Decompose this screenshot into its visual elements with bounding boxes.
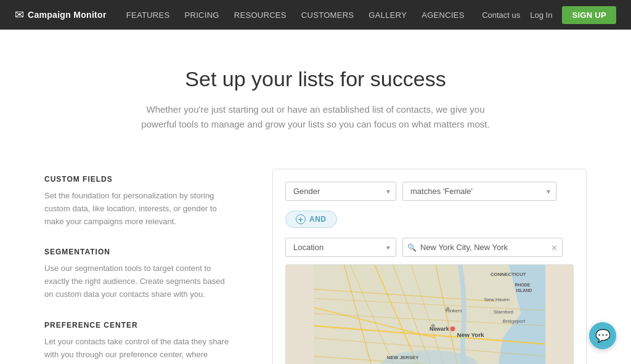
navbar-right: Contact us Log In SIGN UP (482, 6, 616, 24)
map-container: CONNECTICUT RHODE ISLAND New Haven Stamf… (285, 264, 574, 364)
location-input-wrapper: 🔍 ✕ (402, 238, 563, 257)
preference-center-desc: Let your contacts take control of the da… (44, 336, 235, 364)
svg-point-30 (431, 324, 435, 328)
svg-text:NEW JERSEY: NEW JERSEY (387, 355, 420, 360)
field-select-1[interactable]: Gender Location Email Name (285, 182, 396, 201)
segmentation-title: SEGMENTATION (44, 248, 235, 256)
field-select-wrapper-1: Gender Location Email Name (285, 182, 396, 201)
nav-link-agencies[interactable]: AGENCIES (421, 10, 465, 20)
login-link[interactable]: Log In (530, 10, 552, 20)
nav-link-resources[interactable]: RESOURCES (234, 10, 287, 20)
hero-subtitle: Whether you're just starting out or have… (137, 102, 494, 132)
nav-links: FEATURES PRICING RESOURCES CUSTOMERS GAL… (126, 10, 482, 20)
hero-title: Set up your lists for success (12, 67, 619, 91)
nav-link-gallery[interactable]: GALLERY (368, 10, 407, 20)
field-select-2[interactable]: Location Gender Email Name (285, 238, 396, 257)
custom-fields-desc: Set the foundation for personalization b… (44, 190, 235, 228)
svg-text:New York: New York (457, 331, 485, 338)
location-input[interactable] (402, 238, 563, 257)
feature-segmentation: SEGMENTATION Use our segmentation tools … (44, 248, 235, 301)
chat-bubble[interactable]: 💬 (589, 322, 616, 349)
demo-column: Gender Location Email Name matches 'Fema… (272, 169, 587, 364)
preference-center-title: PREFERENCE CENTER (44, 321, 235, 330)
segmentation-desc: Use our segmentation tools to target con… (44, 262, 235, 301)
feature-preference-center: PREFERENCE CENTER Let your contacts take… (44, 321, 235, 364)
contact-link[interactable]: Contact us (482, 10, 520, 20)
custom-fields-title: CUSTOM FIELDS (44, 175, 235, 184)
svg-text:CONNECTICUT: CONNECTICUT (491, 272, 526, 277)
search-icon: 🔍 (407, 243, 417, 252)
svg-text:Stamford: Stamford (494, 309, 513, 315)
hero-section: Set up your lists for success Whether yo… (0, 30, 631, 156)
svg-text:ISLAND: ISLAND (516, 288, 532, 293)
clear-icon[interactable]: ✕ (551, 243, 558, 252)
condition-select[interactable]: matches 'Female' matches 'Male' is unkno… (402, 182, 556, 201)
logo-icon: ✉ (15, 8, 24, 22)
and-button[interactable]: + AND (285, 211, 337, 228)
chat-icon: 💬 (595, 328, 611, 343)
svg-point-28 (450, 326, 455, 331)
feature-custom-fields: CUSTOM FIELDS Set the foundation for per… (44, 175, 235, 228)
svg-text:New Haven: New Haven (484, 297, 510, 302)
nav-link-customers[interactable]: CUSTOMERS (301, 10, 354, 20)
condition-select-wrapper: matches 'Female' matches 'Male' is unkno… (402, 182, 556, 201)
nav-link-features[interactable]: FEATURES (126, 10, 170, 20)
logo-text: Campaign Monitor (28, 10, 107, 20)
segmentation-ui: Gender Location Email Name matches 'Fema… (272, 169, 587, 364)
logo[interactable]: ✉ Campaign Monitor (15, 8, 107, 22)
features-column: CUSTOM FIELDS Set the foundation for per… (44, 169, 235, 364)
filter-row-1: Gender Location Email Name matches 'Fema… (285, 182, 574, 201)
and-label: AND (309, 215, 327, 224)
main-content: CUSTOM FIELDS Set the foundation for per… (20, 156, 611, 364)
navbar: ✉ Campaign Monitor FEATURES PRICING RESO… (0, 0, 631, 30)
signup-button[interactable]: SIGN UP (562, 6, 616, 24)
field-select-wrapper-2: Location Gender Email Name (285, 238, 396, 257)
nav-link-pricing[interactable]: PRICING (184, 10, 219, 20)
map-svg: CONNECTICUT RHODE ISLAND New Haven Stamf… (286, 265, 573, 364)
svg-text:RHODE: RHODE (515, 283, 530, 287)
svg-text:Bridgeport: Bridgeport (503, 318, 526, 324)
plus-icon: + (296, 214, 306, 224)
filter-row-2: Location Gender Email Name 🔍 ✕ (285, 238, 574, 257)
svg-point-29 (446, 307, 450, 310)
